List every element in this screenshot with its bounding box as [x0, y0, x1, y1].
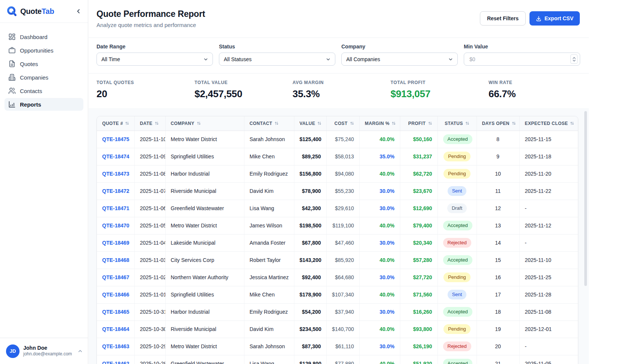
margin-cell: 30.0% — [359, 338, 400, 355]
column-header-date[interactable]: DATE — [134, 116, 165, 131]
status-cell: Sent — [437, 286, 477, 303]
days-open-cell: 10 — [477, 165, 519, 182]
quote-number-cell: QTE-18467 — [97, 269, 134, 286]
company-cell: Greenfield Wastewater — [165, 200, 244, 217]
logo: QuoteTab — [6, 6, 54, 17]
value-cell: $78,900 — [294, 182, 326, 200]
quote-link[interactable]: QTE-18464 — [102, 326, 129, 332]
sidebar-item-reports[interactable]: Reports — [5, 98, 83, 111]
date-cell: 2025-10-31 — [134, 303, 165, 320]
table-row: QTE-184692025-11-04Lakeside MunicipalAma… — [97, 234, 578, 251]
column-header-contact[interactable]: CONTACT — [244, 116, 294, 131]
profit-cell: $51,920 — [400, 355, 437, 364]
sort-icon — [570, 121, 574, 125]
user-name: John Doe — [23, 345, 72, 352]
table-row: QTE-184622025-10-28Greenfield Wastewater… — [97, 355, 578, 364]
column-header-days-open[interactable]: DAYS OPEN — [477, 116, 519, 131]
company-cell: Springfield Utilities — [165, 148, 244, 165]
expected-close-cell: 2025-11-25 — [519, 269, 578, 286]
quote-link[interactable]: QTE-18470 — [102, 223, 129, 229]
profit-cell: $31,237 — [400, 148, 437, 165]
sidebar-collapse-button[interactable] — [74, 6, 83, 16]
export-csv-button[interactable]: Export CSV — [529, 11, 580, 26]
quote-link[interactable]: QTE-18473 — [102, 171, 129, 177]
status-badge: Sent — [448, 290, 467, 299]
stat-value: 20 — [97, 88, 195, 100]
sort-icon — [125, 121, 129, 125]
column-header-profit[interactable]: PROFIT — [400, 116, 437, 131]
status-label: Status — [219, 44, 335, 50]
cost-cell: $107,340 — [326, 286, 359, 303]
quote-link[interactable]: QTE-18472 — [102, 188, 129, 194]
sidebar: QuoteTab DashboardOpportunitiesQuotesCom… — [0, 0, 88, 364]
column-header-quote[interactable]: QUOTE # — [97, 116, 134, 131]
users-icon — [8, 87, 16, 95]
quote-link[interactable]: QTE-18469 — [102, 240, 129, 246]
column-header-value[interactable]: VALUE — [294, 116, 326, 131]
stat-label: AVG MARGIN — [293, 80, 391, 85]
value-cell: $234,500 — [294, 320, 326, 338]
profit-cell: $57,280 — [400, 251, 437, 269]
cost-cell: $58,013 — [326, 148, 359, 165]
avatar: JD — [6, 344, 20, 358]
quote-link[interactable]: QTE-18468 — [102, 257, 129, 263]
column-header-cost[interactable]: COST — [326, 116, 359, 131]
column-header-status[interactable]: STATUS — [437, 116, 477, 131]
chevron-left-icon — [76, 9, 81, 14]
quote-link[interactable]: QTE-18471 — [102, 205, 129, 211]
bar-chart-icon — [8, 101, 16, 108]
days-open-cell: 13 — [477, 217, 519, 234]
company-cell: Harbor Industrial — [165, 165, 244, 182]
status-badge: Accepted — [443, 221, 472, 230]
date-cell: 2025-10-28 — [134, 355, 165, 364]
sort-icon — [155, 121, 159, 125]
quote-link[interactable]: QTE-18462 — [102, 361, 129, 364]
value-cell: $67,800 — [294, 234, 326, 251]
number-stepper[interactable] — [570, 54, 578, 64]
table-header-row: QUOTE #DATECOMPANYCONTACTVALUECOSTMARGIN… — [97, 116, 578, 131]
reset-filters-button[interactable]: Reset Filters — [480, 11, 526, 26]
status-cell: Pending — [437, 269, 477, 286]
expected-close-cell: - — [519, 338, 578, 355]
status-select[interactable]: All Statuses — [219, 53, 335, 66]
status-badge: Rejected — [443, 341, 471, 351]
status-cell: Rejected — [437, 234, 477, 251]
column-header-margin[interactable]: MARGIN % — [359, 116, 400, 131]
days-open-cell: 19 — [477, 320, 519, 338]
stat-value: 35.3% — [293, 88, 391, 100]
sidebar-item-contacts[interactable]: Contacts — [5, 84, 83, 97]
days-open-cell: 9 — [477, 148, 519, 165]
expected-close-cell: 2025-12-01 — [519, 320, 578, 338]
page-title: Quote Performance Report — [97, 9, 205, 19]
cost-cell: $37,940 — [326, 303, 359, 320]
sidebar-item-companies[interactable]: Companies — [5, 71, 83, 84]
company-cell: Metro Water District — [165, 131, 244, 148]
cost-cell: $94,080 — [326, 165, 359, 182]
sidebar-item-quotes[interactable]: Quotes — [5, 57, 83, 70]
sidebar-item-opportunities[interactable]: Opportunities — [5, 44, 83, 57]
user-profile[interactable]: JD John Doe john.doe@example.com — [0, 338, 88, 364]
cost-cell: $77,880 — [326, 355, 359, 364]
sidebar-item-dashboard[interactable]: Dashboard — [5, 30, 83, 43]
company-cell: City Services Corp — [165, 251, 244, 269]
value-cell: $198,500 — [294, 217, 326, 234]
margin-cell: 30.0% — [359, 234, 400, 251]
column-header-expected-close[interactable]: EXPECTED CLOSE — [519, 116, 578, 131]
stat-value: $913,057 — [391, 88, 489, 100]
margin-cell: 30.0% — [359, 269, 400, 286]
min-value-input[interactable] — [469, 56, 568, 63]
company-select[interactable]: All Companies — [341, 53, 458, 66]
column-header-company[interactable]: COMPANY — [165, 116, 244, 131]
quote-link[interactable]: QTE-18467 — [102, 274, 129, 280]
date-range-label: Date Range — [97, 44, 213, 50]
quote-link[interactable]: QTE-18465 — [102, 309, 129, 315]
quote-link[interactable]: QTE-18475 — [102, 136, 129, 142]
date-range-select[interactable]: All Time — [97, 53, 213, 66]
quote-link[interactable]: QTE-18474 — [102, 153, 129, 159]
quote-link[interactable]: QTE-18463 — [102, 343, 129, 349]
company-cell: Metro Water District — [165, 338, 244, 355]
quote-link[interactable]: QTE-18466 — [102, 292, 129, 298]
vertical-scrollbar[interactable] — [584, 111, 587, 286]
value-cell: $178,900 — [294, 286, 326, 303]
profit-cell: $27,720 — [400, 269, 437, 286]
